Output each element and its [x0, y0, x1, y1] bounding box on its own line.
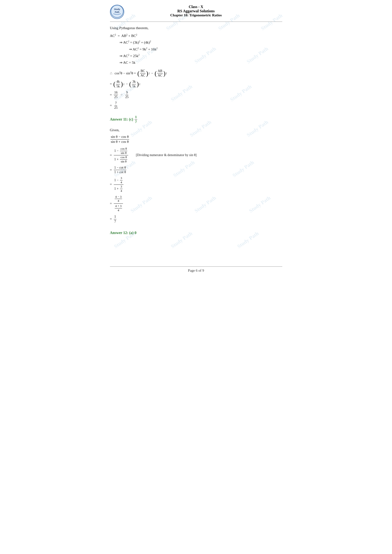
step5-row: = 1 7 [110, 214, 282, 224]
main-expression: sin θ − cos θ sin θ + cos θ [110, 135, 130, 144]
frac-7-25: 7 25 [114, 101, 118, 110]
logo: Study Path [110, 5, 126, 19]
footer: Page 6 of 9 [110, 266, 282, 273]
step1-block: = 1 − cos θsin θ 1 + cos θsin θ [Dividin… [110, 147, 282, 164]
frac-4m3: 4 − 34 [115, 195, 122, 203]
answer11-block: Answer 11: (c) 17 [110, 115, 282, 124]
ac-eq4: ⇒ AC2 = 25k2 [119, 53, 282, 59]
ac-eq3: ⇒ AC2 = 9k2 + 16k2 [129, 46, 282, 53]
frac-step3: 1 − 34 1 + 34 [114, 176, 124, 193]
svg-text:Study: Study [114, 8, 120, 10]
ac-eq1: AC2 = AB2 + BC2 [110, 33, 282, 39]
header-text: Class - X RS Aggarwal Solutions Chapter … [170, 5, 222, 17]
frac-3-4-d: 34 [120, 185, 123, 193]
step4-block: = 4 − 34 4 + 34 [110, 195, 282, 213]
step4-row: = 4 − 34 4 + 34 [110, 195, 282, 213]
header: Study Path Class - X RS Aggarwal Solutio… [110, 5, 282, 17]
cos-sin-row1: ∴ cos2θ − sin2θ = ( BC AC ) 2 − ( AB AC … [110, 69, 282, 78]
given-block: Given, sin θ − cos θ sin θ + cos θ [110, 127, 282, 145]
frac-final-1-7: 1 7 [114, 214, 117, 224]
step1-comment: [Dividing numerator & denominator by sin… [136, 152, 196, 158]
frac-16-25: 16 25 [114, 90, 118, 99]
page: Study Path Study Path Study Path Study P… [98, 0, 294, 277]
step3-row: = 1 − 34 1 + 34 [110, 176, 282, 193]
logo-inner: Study Path [111, 5, 124, 19]
frac-4p3: 4 + 34 [115, 204, 122, 213]
frac-cos-sin: cos θsin θ [120, 147, 127, 155]
step5-block: = 1 7 [110, 214, 282, 224]
frac-bc-ac: BC AC [140, 69, 146, 78]
header-chapter: Chapter 10: Trigonometric Ratios [170, 13, 222, 17]
cos-sin-row2: = ( 4k 5k ) 2 − ( 3k 5k ) 2 [110, 80, 282, 88]
step2-row: = 1 − cot θ 1 + cot θ [110, 166, 282, 174]
page-number: Page 6 of 9 [188, 269, 204, 272]
answer12-label: Answer 12: (a) 0 [110, 229, 282, 236]
cos-sin-row4: = 7 25 [110, 101, 282, 110]
frac-3-4-n: 34 [120, 176, 123, 185]
content-area: Using Pythagoras theorem, AC2 = AB2 + BC… [110, 25, 282, 236]
frac-1-7-ans: 17 [135, 115, 137, 124]
frac-3k-5k: 3k 5k [132, 80, 136, 88]
step1-row: = 1 − cos θsin θ 1 + cos θsin θ [Dividin… [110, 147, 282, 164]
cos-sin-row3: = 16 25 − 9 25 [110, 90, 282, 99]
given-text: Given, [110, 127, 282, 133]
intro-text: Using Pythagoras theorem, [110, 25, 282, 31]
answer12-block: Answer 12: (a) 0 [110, 229, 282, 236]
ac-eq5: ⇒ AC = 5k [119, 60, 282, 66]
frac-step1: 1 − cos θsin θ 1 + cos θsin θ [114, 147, 128, 164]
frac-ab-ac: AB AC [157, 69, 163, 78]
frac-step4: 4 − 34 4 + 34 [114, 195, 123, 213]
frac-cos-sin-d: cos θsin θ [120, 155, 127, 164]
answer11-label: Answer 11: (c) 17 [110, 115, 282, 124]
svg-text:Path: Path [115, 11, 119, 13]
step3-block: = 1 − 34 1 + 34 [110, 176, 282, 193]
frac-cot: 1 − cot θ 1 + cot θ [114, 166, 126, 174]
header-class: Class - X [170, 5, 222, 9]
ac-eq2: ⇒ AC2 = (3k)2 + (4k)2 [119, 39, 282, 46]
frac-9-25: 9 25 [125, 90, 129, 99]
header-title: RS Aggarwal Solutions [170, 9, 222, 13]
frac-4k-5k: 4k 5k [116, 80, 120, 88]
header-divider [110, 21, 282, 22]
step2-block: = 1 − cot θ 1 + cot θ [110, 166, 282, 174]
frac-sin-cos-main: sin θ − cos θ sin θ + cos θ [111, 135, 129, 144]
